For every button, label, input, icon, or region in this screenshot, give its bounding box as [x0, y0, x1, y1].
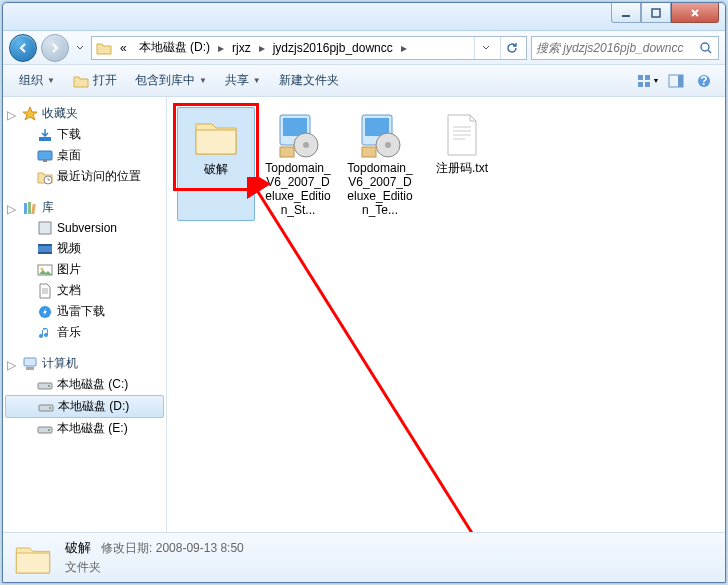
svg-point-41	[385, 142, 391, 148]
library-icon	[22, 200, 38, 216]
status-type: 文件夹	[65, 559, 244, 576]
status-name: 破解	[65, 540, 91, 555]
status-info: 破解 修改日期: 2008-09-13 8:50 文件夹	[65, 539, 244, 576]
sidebar-item-subversion[interactable]: Subversion	[3, 218, 166, 238]
svg-rect-5	[638, 82, 643, 87]
svg-rect-12	[38, 151, 52, 160]
back-button[interactable]	[9, 34, 37, 62]
svg-rect-6	[645, 82, 650, 87]
nav-history-dropdown[interactable]	[73, 45, 87, 51]
collapse-icon[interactable]: ▷	[7, 108, 18, 119]
sidebar-item-pictures[interactable]: 图片	[3, 259, 166, 280]
sidebar-item-videos[interactable]: 视频	[3, 238, 166, 259]
sidebar-item-recent[interactable]: 最近访问的位置	[3, 166, 166, 187]
preview-pane-button[interactable]	[663, 70, 689, 92]
svg-rect-21	[38, 252, 52, 254]
svg-rect-19	[38, 245, 52, 253]
svg-rect-16	[28, 202, 31, 214]
file-item-exe[interactable]: Topdomain_V6_2007_Deluxe_Edition_Te...	[341, 107, 419, 221]
libraries-header[interactable]: ▷库	[3, 197, 166, 218]
favorites-header[interactable]: ▷收藏夹	[3, 103, 166, 124]
search-box[interactable]	[531, 36, 719, 60]
desktop-icon	[37, 148, 53, 164]
svg-rect-4	[645, 75, 650, 80]
file-item-exe[interactable]: Topdomain_V6_2007_Deluxe_Edition_St...	[259, 107, 337, 221]
toolbar: 组织▼ 打开 包含到库中▼ 共享▼ 新建文件夹 ▼ ?	[3, 65, 725, 97]
svg-point-2	[701, 43, 709, 51]
new-folder-button[interactable]: 新建文件夹	[271, 69, 347, 93]
file-label: Topdomain_V6_2007_Deluxe_Edition_St...	[263, 161, 333, 217]
breadcrumb-item[interactable]: jydzjs2016pjb_downcc	[269, 39, 397, 57]
annotation-arrow	[247, 177, 507, 532]
file-label: 破解	[204, 162, 228, 176]
file-item-folder[interactable]: 破解	[177, 107, 255, 221]
collapse-icon[interactable]: ▷	[7, 358, 18, 369]
folder-icon	[96, 40, 112, 56]
svg-rect-13	[43, 160, 47, 162]
forward-button[interactable]	[41, 34, 69, 62]
sidebar-item-music[interactable]: 音乐	[3, 322, 166, 343]
file-label: Topdomain_V6_2007_Deluxe_Edition_Te...	[345, 161, 415, 217]
search-icon[interactable]	[698, 40, 714, 56]
sidebar-item-drive-d[interactable]: 本地磁盘 (D:)	[5, 395, 164, 418]
nav-row: « 本地磁盘 (D:) ▸ rjxz ▸ jydzjs2016pjb_downc…	[3, 31, 725, 65]
svg-point-30	[49, 407, 51, 409]
svg-rect-15	[24, 203, 27, 214]
view-options-button[interactable]: ▼	[635, 70, 661, 92]
svg-point-32	[48, 429, 50, 431]
file-list[interactable]: 破解 Topdomain_V6_2007_Deluxe_Edition_St..…	[167, 97, 725, 532]
drive-icon	[38, 399, 54, 415]
sidebar-item-desktop[interactable]: 桌面	[3, 145, 166, 166]
installer-icon	[356, 111, 404, 159]
open-button[interactable]: 打开	[65, 69, 125, 93]
minimize-button[interactable]	[611, 3, 641, 23]
help-button[interactable]: ?	[691, 70, 717, 92]
sidebar-item-drive-c[interactable]: 本地磁盘 (C:)	[3, 374, 166, 395]
svg-rect-20	[38, 244, 52, 246]
breadcrumb-item[interactable]: rjxz	[228, 39, 255, 57]
address-bar[interactable]: « 本地磁盘 (D:) ▸ rjxz ▸ jydzjs2016pjb_downc…	[91, 36, 527, 60]
sidebar-item-downloads[interactable]: 下载	[3, 124, 166, 145]
svg-rect-37	[280, 147, 294, 157]
share-button[interactable]: 共享▼	[217, 69, 269, 93]
sidebar-item-documents[interactable]: 文档	[3, 280, 166, 301]
collapse-icon[interactable]: ▷	[7, 202, 18, 213]
svn-icon	[37, 220, 53, 236]
sidebar-item-thunder[interactable]: 迅雷下载	[3, 301, 166, 322]
installer-icon	[274, 111, 322, 159]
computer-header[interactable]: ▷计算机	[3, 353, 166, 374]
titlebar[interactable]	[3, 3, 725, 31]
folder-icon	[192, 112, 240, 160]
picture-icon	[37, 262, 53, 278]
breadcrumb-item[interactable]: 本地磁盘 (D:)	[135, 37, 214, 58]
svg-rect-18	[39, 222, 51, 234]
include-library-button[interactable]: 包含到库中▼	[127, 69, 215, 93]
music-icon	[37, 325, 53, 341]
svg-rect-11	[39, 137, 51, 141]
file-item-txt[interactable]: 注册码.txt	[423, 107, 501, 221]
svg-rect-17	[31, 203, 35, 213]
file-label: 注册码.txt	[436, 161, 488, 175]
status-bar: 破解 修改日期: 2008-09-13 8:50 文件夹	[3, 532, 725, 582]
search-input[interactable]	[536, 41, 694, 55]
maximize-button[interactable]	[641, 3, 671, 23]
breadcrumb-prefix: «	[116, 39, 131, 57]
chevron-right-icon[interactable]: ▸	[259, 41, 265, 55]
refresh-button[interactable]	[500, 37, 522, 59]
recent-icon	[37, 169, 53, 185]
status-date-label: 修改日期:	[101, 541, 152, 555]
status-date: 2008-09-13 8:50	[156, 541, 244, 555]
document-icon	[37, 283, 53, 299]
chevron-right-icon[interactable]: ▸	[218, 41, 224, 55]
chevron-right-icon[interactable]: ▸	[401, 41, 407, 55]
sidebar-item-drive-e[interactable]: 本地磁盘 (E:)	[3, 418, 166, 439]
open-icon	[73, 73, 89, 89]
svg-rect-0	[622, 15, 630, 17]
organize-button[interactable]: 组织▼	[11, 69, 63, 93]
drive-icon	[37, 377, 53, 393]
close-button[interactable]	[671, 3, 719, 23]
address-dropdown[interactable]	[474, 37, 496, 59]
thunder-icon	[37, 304, 53, 320]
svg-rect-3	[638, 75, 643, 80]
sidebar[interactable]: ▷收藏夹 下载 桌面 最近访问的位置 ▷库 Subversion 视频 图片 文…	[3, 97, 167, 532]
